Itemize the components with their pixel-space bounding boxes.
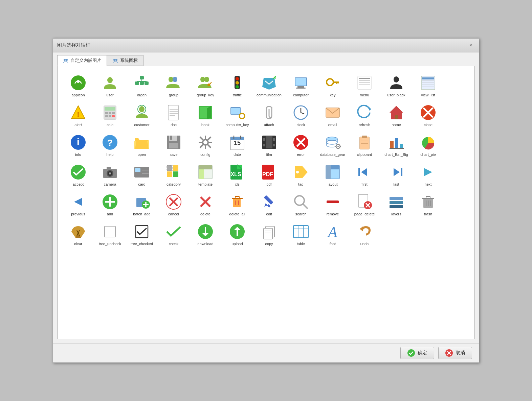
- icon-item-book[interactable]: book: [190, 101, 221, 130]
- icon-item-font[interactable]: Afont: [317, 220, 348, 249]
- icon-item-template[interactable]: template: [190, 161, 221, 189]
- icon-item-calc[interactable]: calc: [95, 101, 125, 130]
- icon-label-organ: organ: [137, 93, 147, 97]
- icon-item-tree_uncheck[interactable]: tree_uncheck: [95, 220, 125, 249]
- icon-item-cancel[interactable]: cancel: [158, 191, 189, 219]
- icon-item-previous[interactable]: previous: [63, 191, 93, 219]
- tab-custom[interactable]: 自定义内嵌图片: [57, 55, 107, 66]
- cancel-button[interactable]: 取消: [438, 347, 472, 359]
- icon-item-open[interactable]: open: [127, 131, 157, 160]
- icon-item-group[interactable]: group: [158, 72, 189, 100]
- svg-text:A: A: [327, 224, 338, 240]
- svg-marker-82: [135, 141, 149, 149]
- icon-item-config[interactable]: config: [190, 131, 221, 160]
- icon-item-upload[interactable]: upload: [222, 220, 252, 249]
- icon-item-layout[interactable]: layout: [317, 161, 348, 189]
- icon-item-search[interactable]: search: [286, 191, 316, 219]
- icon-item-delete_all[interactable]: delete_all: [222, 191, 252, 219]
- icon-item-clear[interactable]: clear: [63, 220, 93, 249]
- icon-item-attach[interactable]: attach: [254, 101, 284, 130]
- icon-label-clipboard: clipboard: [357, 152, 372, 157]
- icon-item-computer_key[interactable]: computer_key: [222, 101, 252, 130]
- svg-point-16: [173, 77, 177, 82]
- icon-item-page_delete[interactable]: page_delete: [349, 191, 380, 219]
- icon-item-menu[interactable]: menu: [349, 72, 380, 100]
- icon-label-previous: previous: [71, 212, 85, 216]
- icon-item-clock[interactable]: clock: [286, 101, 316, 130]
- icon-item-home[interactable]: home: [381, 101, 412, 130]
- icon-item-user_black[interactable]: user_black: [381, 72, 412, 100]
- icon-svg-table: [293, 223, 309, 240]
- icon-item-alert[interactable]: !alert: [63, 101, 93, 130]
- svg-rect-53: [112, 115, 115, 117]
- icon-svg-edit: [261, 194, 277, 210]
- icon-item-key[interactable]: key: [317, 72, 348, 100]
- svg-point-18: [204, 77, 209, 82]
- icon-item-xls[interactable]: XLSxls: [222, 161, 252, 189]
- icon-item-copy[interactable]: copy: [254, 220, 284, 249]
- icon-item-chart_Bar_Big[interactable]: chart_Bar_Big: [381, 131, 412, 160]
- icon-item-view_list[interactable]: view_list: [413, 72, 443, 100]
- icon-item-help[interactable]: ?help: [95, 131, 125, 160]
- icon-item-chart_pie[interactable]: chart_pie: [413, 131, 443, 160]
- icon-item-database_gear[interactable]: database_gear: [317, 131, 348, 160]
- icon-item-download[interactable]: download: [190, 220, 221, 249]
- icon-item-close[interactable]: close: [413, 101, 443, 130]
- svg-rect-120: [400, 144, 403, 148]
- icon-item-add[interactable]: add: [95, 191, 125, 219]
- icon-item-organ[interactable]: organ: [127, 72, 157, 100]
- icon-item-category[interactable]: category: [158, 161, 189, 189]
- icon-item-check[interactable]: check: [158, 220, 189, 249]
- icon-item-save[interactable]: save: [158, 131, 189, 160]
- svg-rect-181: [390, 197, 403, 200]
- close-button[interactable]: ×: [467, 41, 475, 49]
- icon-item-batch_add[interactable]: batch_add: [127, 191, 157, 219]
- svg-rect-118: [390, 141, 394, 148]
- dialog-title: 图片选择对话框: [57, 42, 90, 48]
- icon-item-group_key[interactable]: group_key: [190, 72, 221, 100]
- icon-item-computer[interactable]: computer: [286, 72, 316, 100]
- icon-item-film[interactable]: film: [254, 131, 284, 160]
- icon-item-last[interactable]: last: [381, 161, 412, 189]
- icon-item-table[interactable]: table: [286, 220, 316, 249]
- icon-item-first[interactable]: first: [349, 161, 380, 189]
- svg-rect-47: [105, 107, 115, 111]
- icon-item-layers[interactable]: layers: [381, 191, 412, 219]
- icon-item-edit[interactable]: edit: [254, 191, 284, 219]
- icon-item-clipboard[interactable]: clipboard: [349, 131, 380, 160]
- tab-system[interactable]: 系统图标: [107, 55, 143, 66]
- svg-rect-173: [264, 195, 273, 205]
- icon-item-info[interactable]: iinfo: [63, 131, 93, 160]
- icon-item-customer[interactable]: customer: [127, 101, 157, 130]
- icon-svg-camera: [102, 164, 118, 180]
- icon-item-refresh[interactable]: refresh: [349, 101, 380, 130]
- icon-item-accept[interactable]: accept: [63, 161, 93, 189]
- icon-item-pdf[interactable]: PDFpdf: [254, 161, 284, 189]
- icon-svg-clipboard: [356, 134, 373, 150]
- icon-item-undo[interactable]: undo: [349, 220, 380, 249]
- icon-item-communication[interactable]: communication: [254, 72, 284, 100]
- icon-item-email[interactable]: email: [317, 101, 348, 130]
- icon-item-appIcon[interactable]: appIcon: [63, 72, 93, 100]
- icon-item-trash[interactable]: trash: [413, 191, 443, 219]
- svg-point-65: [239, 113, 245, 119]
- icon-item-doc[interactable]: doc: [158, 101, 189, 130]
- icon-svg-doc: [165, 104, 182, 121]
- icon-svg-trash: [420, 194, 436, 210]
- icon-item-delete[interactable]: delete: [190, 191, 221, 219]
- svg-rect-49: [109, 112, 111, 114]
- icon-item-card[interactable]: card: [127, 161, 157, 189]
- icon-label-undo: undo: [360, 242, 369, 246]
- icon-item-date[interactable]: 15date: [222, 131, 252, 160]
- icon-item-user[interactable]: user: [95, 72, 125, 100]
- icon-item-tag[interactable]: tag: [286, 161, 316, 189]
- icon-item-next[interactable]: next: [413, 161, 443, 189]
- icon-item-error[interactable]: error: [286, 131, 316, 160]
- confirm-button[interactable]: 确定: [400, 347, 434, 359]
- icon-svg-customer: [134, 104, 150, 121]
- icon-label-batch_add: batch_add: [133, 212, 150, 216]
- icon-item-traffic[interactable]: traffic: [222, 72, 252, 100]
- icon-item-remove[interactable]: remove: [317, 191, 348, 219]
- icon-item-camera[interactable]: camera: [95, 161, 125, 189]
- icon-item-tree_checked[interactable]: tree_checked: [127, 220, 157, 249]
